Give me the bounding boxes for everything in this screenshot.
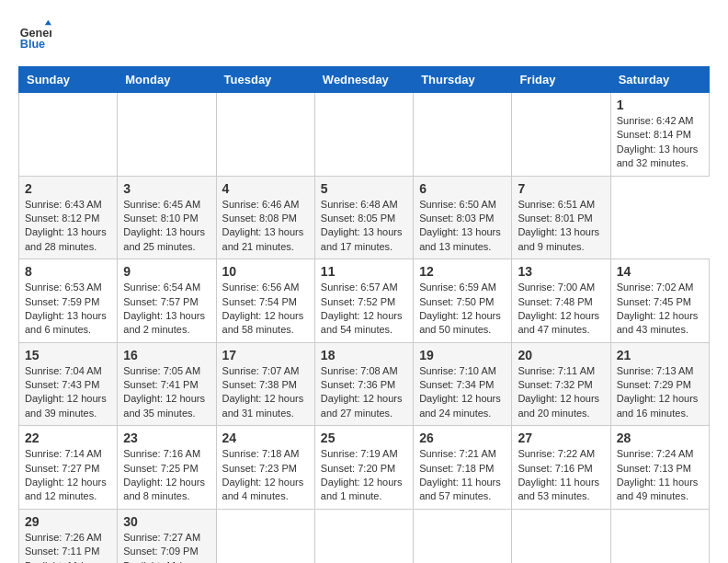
empty-cell (19, 93, 118, 177)
calendar-week-1: 1Sunrise: 6:42 AMSunset: 8:14 PMDaylight… (19, 93, 710, 177)
day-number: 2 (25, 181, 111, 196)
header-thursday: Thursday (414, 67, 512, 93)
day-cell-8: 8Sunrise: 6:53 AMSunset: 7:59 PMDaylight… (19, 259, 118, 343)
day-info: Sunrise: 7:08 AMSunset: 7:36 PMDaylight:… (321, 364, 407, 421)
day-cell-24: 24Sunrise: 7:18 AMSunset: 7:23 PMDayligh… (216, 426, 314, 510)
day-info: Sunrise: 7:22 AMSunset: 7:16 PMDaylight:… (518, 447, 604, 504)
day-number: 22 (25, 431, 111, 445)
day-cell-10: 10Sunrise: 6:56 AMSunset: 7:54 PMDayligh… (216, 259, 314, 343)
day-number: 25 (321, 431, 407, 445)
day-info: Sunrise: 6:56 AMSunset: 7:54 PMDaylight:… (222, 281, 309, 338)
day-info: Sunrise: 6:59 AMSunset: 7:50 PMDaylight:… (419, 281, 506, 338)
day-number: 27 (518, 431, 604, 445)
day-info: Sunrise: 6:57 AMSunset: 7:52 PMDaylight:… (321, 281, 407, 338)
empty-cell (314, 93, 413, 177)
day-cell-6: 6Sunrise: 6:50 AMSunset: 8:03 PMDaylight… (414, 176, 512, 259)
calendar-week-2: 2Sunrise: 6:43 AMSunset: 8:12 PMDaylight… (19, 176, 710, 259)
header-wednesday: Wednesday (314, 67, 413, 93)
day-number: 13 (518, 264, 604, 279)
day-info: Sunrise: 6:43 AMSunset: 8:12 PMDaylight:… (25, 198, 111, 255)
page-header: General Blue (18, 18, 710, 52)
calendar-week-4: 15Sunrise: 7:04 AMSunset: 7:43 PMDayligh… (19, 342, 710, 426)
day-number: 20 (518, 348, 604, 362)
empty-cell (512, 93, 610, 177)
day-number: 1 (617, 98, 703, 112)
day-info: Sunrise: 6:50 AMSunset: 8:03 PMDaylight:… (419, 198, 506, 255)
day-info: Sunrise: 7:13 AMSunset: 7:29 PMDaylight:… (617, 364, 703, 421)
day-cell-23: 23Sunrise: 7:16 AMSunset: 7:25 PMDayligh… (118, 426, 216, 510)
day-cell-19: 19Sunrise: 7:10 AMSunset: 7:34 PMDayligh… (414, 342, 512, 426)
day-cell-30: 30Sunrise: 7:27 AMSunset: 7:09 PMDayligh… (118, 509, 216, 563)
day-cell-26: 26Sunrise: 7:21 AMSunset: 7:18 PMDayligh… (414, 426, 512, 510)
day-number: 21 (617, 348, 703, 362)
day-cell-4: 4Sunrise: 6:46 AMSunset: 8:08 PMDaylight… (216, 176, 314, 259)
logo-icon: General Blue (18, 18, 51, 52)
day-number: 18 (321, 348, 407, 362)
day-cell-9: 9Sunrise: 6:54 AMSunset: 7:57 PMDaylight… (118, 259, 216, 343)
day-info: Sunrise: 7:10 AMSunset: 7:34 PMDaylight:… (419, 364, 506, 421)
day-info: Sunrise: 7:21 AMSunset: 7:18 PMDaylight:… (419, 447, 506, 504)
day-info: Sunrise: 7:11 AMSunset: 7:32 PMDaylight:… (518, 364, 604, 421)
day-number: 14 (617, 264, 703, 279)
empty-cell (216, 93, 314, 177)
day-cell-11: 11Sunrise: 6:57 AMSunset: 7:52 PMDayligh… (314, 259, 413, 343)
day-cell-18: 18Sunrise: 7:08 AMSunset: 7:36 PMDayligh… (314, 342, 413, 426)
day-info: Sunrise: 7:14 AMSunset: 7:27 PMDaylight:… (25, 447, 111, 504)
day-number: 7 (518, 181, 604, 196)
empty-cell (512, 509, 610, 563)
day-number: 28 (617, 431, 703, 445)
day-number: 6 (419, 181, 506, 196)
day-cell-17: 17Sunrise: 7:07 AMSunset: 7:38 PMDayligh… (216, 342, 314, 426)
calendar-table: SundayMondayTuesdayWednesdayThursdayFrid… (18, 66, 710, 563)
day-cell-16: 16Sunrise: 7:05 AMSunset: 7:41 PMDayligh… (118, 342, 216, 426)
day-cell-20: 20Sunrise: 7:11 AMSunset: 7:32 PMDayligh… (512, 342, 610, 426)
calendar-week-5: 22Sunrise: 7:14 AMSunset: 7:27 PMDayligh… (19, 426, 710, 510)
day-cell-13: 13Sunrise: 7:00 AMSunset: 7:48 PMDayligh… (512, 259, 610, 343)
day-cell-14: 14Sunrise: 7:02 AMSunset: 7:45 PMDayligh… (610, 259, 709, 343)
calendar-week-6: 29Sunrise: 7:26 AMSunset: 7:11 PMDayligh… (19, 509, 710, 563)
day-cell-5: 5Sunrise: 6:48 AMSunset: 8:05 PMDaylight… (314, 176, 413, 259)
day-cell-1: 1Sunrise: 6:42 AMSunset: 8:14 PMDaylight… (610, 93, 709, 177)
header-tuesday: Tuesday (216, 67, 314, 93)
day-info: Sunrise: 6:51 AMSunset: 8:01 PMDaylight:… (518, 198, 604, 255)
day-number: 5 (321, 181, 407, 196)
day-number: 30 (123, 514, 210, 529)
day-cell-7: 7Sunrise: 6:51 AMSunset: 8:01 PMDaylight… (512, 176, 610, 259)
day-number: 29 (25, 514, 111, 529)
day-info: Sunrise: 7:27 AMSunset: 7:09 PMDaylight:… (123, 531, 210, 563)
day-cell-21: 21Sunrise: 7:13 AMSunset: 7:29 PMDayligh… (610, 342, 709, 426)
day-cell-29: 29Sunrise: 7:26 AMSunset: 7:11 PMDayligh… (19, 509, 118, 563)
day-cell-2: 2Sunrise: 6:43 AMSunset: 8:12 PMDaylight… (19, 176, 118, 259)
day-info: Sunrise: 7:05 AMSunset: 7:41 PMDaylight:… (123, 364, 210, 421)
day-number: 24 (222, 431, 309, 445)
day-cell-27: 27Sunrise: 7:22 AMSunset: 7:16 PMDayligh… (512, 426, 610, 510)
day-number: 15 (25, 348, 111, 362)
empty-cell (610, 509, 709, 563)
day-number: 4 (222, 181, 309, 196)
day-number: 9 (123, 264, 210, 279)
day-number: 19 (419, 348, 506, 362)
header-friday: Friday (512, 67, 610, 93)
day-info: Sunrise: 7:26 AMSunset: 7:11 PMDaylight:… (25, 531, 111, 563)
day-number: 12 (419, 264, 506, 279)
day-info: Sunrise: 7:18 AMSunset: 7:23 PMDaylight:… (222, 447, 309, 504)
day-info: Sunrise: 6:46 AMSunset: 8:08 PMDaylight:… (222, 198, 309, 255)
day-number: 3 (123, 181, 210, 196)
day-cell-25: 25Sunrise: 7:19 AMSunset: 7:20 PMDayligh… (314, 426, 413, 510)
day-info: Sunrise: 6:53 AMSunset: 7:59 PMDaylight:… (25, 281, 111, 338)
empty-cell (216, 509, 314, 563)
empty-cell (314, 509, 413, 563)
day-info: Sunrise: 6:54 AMSunset: 7:57 PMDaylight:… (123, 281, 210, 338)
day-info: Sunrise: 6:42 AMSunset: 8:14 PMDaylight:… (617, 114, 703, 171)
day-info: Sunrise: 7:00 AMSunset: 7:48 PMDaylight:… (518, 281, 604, 338)
day-cell-22: 22Sunrise: 7:14 AMSunset: 7:27 PMDayligh… (19, 426, 118, 510)
day-cell-12: 12Sunrise: 6:59 AMSunset: 7:50 PMDayligh… (414, 259, 512, 343)
empty-cell (118, 93, 216, 177)
day-info: Sunrise: 6:48 AMSunset: 8:05 PMDaylight:… (321, 198, 407, 255)
svg-marker-2 (45, 20, 51, 25)
day-info: Sunrise: 7:02 AMSunset: 7:45 PMDaylight:… (617, 281, 703, 338)
header-monday: Monday (118, 67, 216, 93)
header-saturday: Saturday (610, 67, 709, 93)
day-number: 23 (123, 431, 210, 445)
day-number: 17 (222, 348, 309, 362)
